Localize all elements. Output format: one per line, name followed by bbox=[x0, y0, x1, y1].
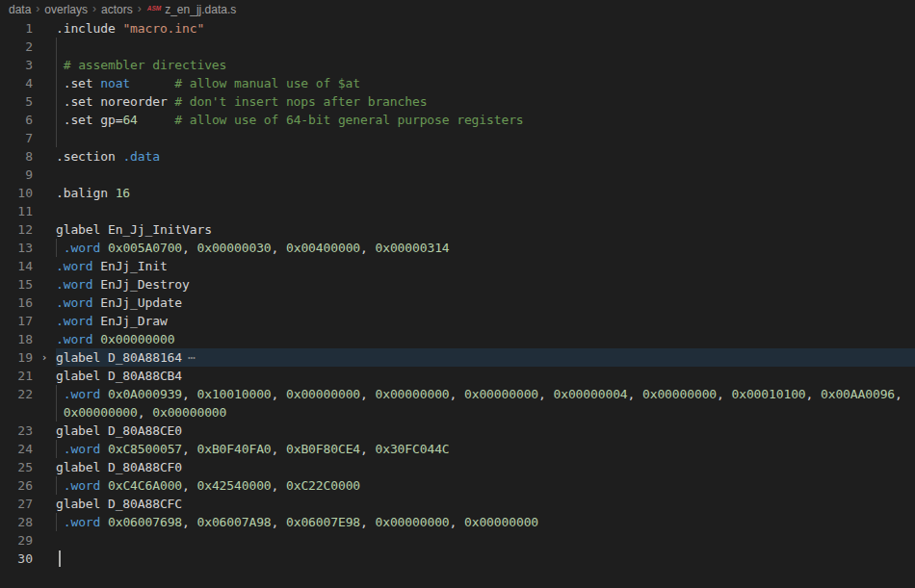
line-number[interactable]: 3 bbox=[0, 56, 33, 74]
indent-guide bbox=[56, 403, 57, 422]
code-line[interactable]: .word EnJj_Update bbox=[56, 294, 915, 312]
code-line[interactable] bbox=[56, 550, 915, 568]
gutter-spacer bbox=[33, 111, 56, 129]
code-token bbox=[100, 515, 108, 529]
line-number[interactable]: 5 bbox=[0, 92, 33, 111]
indent-guide bbox=[56, 513, 57, 531]
line-number[interactable]: 17 bbox=[0, 312, 33, 330]
gutter-spacer bbox=[33, 312, 56, 330]
line-number[interactable]: 8 bbox=[0, 147, 33, 166]
code-token: 0xC4C6A000 bbox=[108, 478, 182, 493]
line-number[interactable]: 4 bbox=[0, 74, 33, 92]
code-line[interactable]: .word EnJj_Draw bbox=[56, 312, 915, 330]
code-token: "macro.inc" bbox=[122, 21, 204, 36]
code-line[interactable]: .word EnJj_Init bbox=[56, 257, 915, 275]
breadcrumb-item-actors[interactable]: actors bbox=[101, 3, 133, 16]
code-token bbox=[130, 76, 174, 90]
line-number[interactable]: 22 bbox=[0, 385, 33, 403]
line-number[interactable]: 28 bbox=[0, 513, 33, 531]
code-line[interactable]: .set gp=64 # allow use of 64-bit general… bbox=[56, 111, 915, 129]
line-number[interactable]: 7 bbox=[0, 129, 33, 147]
code-line[interactable]: .set noreorder # don't insert nops after… bbox=[56, 92, 915, 111]
gutter-spacer bbox=[33, 184, 56, 202]
line-number[interactable]: 16 bbox=[0, 294, 33, 312]
code-line[interactable]: .section .data bbox=[56, 147, 915, 166]
code-token bbox=[100, 442, 108, 456]
gutter-spacer bbox=[33, 513, 56, 531]
code-token: # assembler directives bbox=[64, 58, 227, 72]
line-number[interactable]: 14 bbox=[0, 257, 33, 275]
code-row: 6 .set gp=64 # allow use of 64-bit gener… bbox=[0, 111, 915, 129]
gutter-spacer bbox=[33, 19, 56, 38]
line-number[interactable]: 2 bbox=[0, 38, 33, 56]
code-row: 5 .set noreorder # don't insert nops aft… bbox=[0, 92, 915, 111]
code-line[interactable]: glabel D_80A88CE0 bbox=[56, 422, 915, 440]
line-number[interactable]: 19 bbox=[0, 348, 33, 367]
code-line[interactable]: .word 0xC8500057, 0xB0F40FA0, 0xB0F80CE4… bbox=[56, 440, 915, 458]
text-cursor bbox=[59, 550, 61, 567]
code-line[interactable]: .balign 16 bbox=[56, 184, 915, 202]
code-line[interactable]: .word 0xC4C6A000, 0x42540000, 0xC22C0000 bbox=[56, 476, 915, 495]
code-line[interactable]: .word 0x005A0700, 0x00000030, 0x00400000… bbox=[56, 239, 915, 257]
line-number[interactable]: 30 bbox=[0, 550, 33, 568]
code-token bbox=[56, 442, 64, 456]
code-line[interactable] bbox=[56, 38, 915, 56]
breadcrumb-file-name[interactable]: z_en_jj.data.s bbox=[165, 3, 236, 16]
breadcrumb-item-overlays[interactable]: overlays bbox=[44, 3, 88, 16]
gutter-spacer bbox=[33, 202, 56, 220]
code-token: 0x00000000 bbox=[64, 405, 138, 420]
line-number[interactable]: 18 bbox=[0, 330, 33, 348]
fold-chevron-icon[interactable]: › bbox=[33, 348, 56, 367]
indent-guide bbox=[56, 129, 57, 147]
code-line[interactable]: .word 0x00000000 bbox=[56, 330, 915, 348]
line-number[interactable]: 6 bbox=[0, 111, 33, 129]
code-line[interactable]: glabel D_80A88CB4 bbox=[56, 367, 915, 385]
line-number[interactable] bbox=[0, 403, 33, 422]
code-line[interactable]: .word 0x06007698, 0x06007A98, 0x06007E98… bbox=[56, 513, 915, 531]
line-number[interactable]: 27 bbox=[0, 495, 33, 513]
line-number[interactable]: 24 bbox=[0, 440, 33, 458]
indent-guide bbox=[56, 56, 57, 74]
code-line[interactable]: .include "macro.inc" bbox=[56, 19, 915, 38]
line-number[interactable]: 23 bbox=[0, 422, 33, 440]
line-number[interactable]: 25 bbox=[0, 458, 33, 476]
code-editor[interactable]: 1.include "macro.inc"23 # assembler dire… bbox=[0, 19, 915, 568]
line-number[interactable]: 11 bbox=[0, 202, 33, 220]
line-number[interactable]: 9 bbox=[0, 166, 33, 184]
line-number[interactable]: 21 bbox=[0, 367, 33, 385]
line-number[interactable]: 15 bbox=[0, 275, 33, 294]
code-line[interactable]: .word 0x0A000939, 0x10010000, 0x00000000… bbox=[56, 385, 915, 403]
chevron-right-icon: › bbox=[138, 2, 142, 15]
line-number[interactable]: 13 bbox=[0, 239, 33, 257]
gutter-spacer bbox=[33, 476, 56, 495]
code-line[interactable]: .word EnJj_Destroy bbox=[56, 275, 915, 294]
fold-ellipsis[interactable]: ⋯ bbox=[188, 350, 196, 365]
code-line[interactable] bbox=[56, 531, 915, 550]
line-number[interactable]: 10 bbox=[0, 184, 33, 202]
code-line[interactable]: 0x00000000, 0x00000000 bbox=[56, 403, 915, 422]
line-number[interactable]: 29 bbox=[0, 531, 33, 550]
code-row: 11 bbox=[0, 202, 915, 220]
code-row: 22 .word 0x0A000939, 0x10010000, 0x00000… bbox=[0, 385, 915, 403]
line-number[interactable]: 26 bbox=[0, 476, 33, 495]
code-token: 0x06007698 bbox=[108, 515, 182, 529]
code-line[interactable] bbox=[56, 166, 915, 184]
breadcrumb-item-data[interactable]: data bbox=[9, 3, 31, 16]
code-row: 10.balign 16 bbox=[0, 184, 915, 202]
code-token bbox=[138, 113, 175, 127]
code-line[interactable]: glabel D_80A88CF0 bbox=[56, 458, 915, 476]
code-line[interactable]: glabel D_80A88164⋯ bbox=[56, 348, 915, 367]
code-line[interactable]: .set noat # allow manual use of $at bbox=[56, 74, 915, 92]
line-number[interactable]: 1 bbox=[0, 19, 33, 38]
code-line[interactable] bbox=[56, 202, 915, 220]
code-row: 30 bbox=[0, 550, 915, 568]
code-row: 19›glabel D_80A88164⋯ bbox=[0, 348, 915, 367]
code-line[interactable]: # assembler directives bbox=[56, 56, 915, 74]
code-line[interactable] bbox=[56, 129, 915, 147]
code-token: , bbox=[360, 387, 375, 401]
code-line[interactable]: glabel En_Jj_InitVars bbox=[56, 220, 915, 239]
gutter-spacer bbox=[33, 275, 56, 294]
code-line[interactable]: glabel D_80A88CFC bbox=[56, 495, 915, 513]
gutter-spacer bbox=[33, 294, 56, 312]
line-number[interactable]: 12 bbox=[0, 220, 33, 239]
